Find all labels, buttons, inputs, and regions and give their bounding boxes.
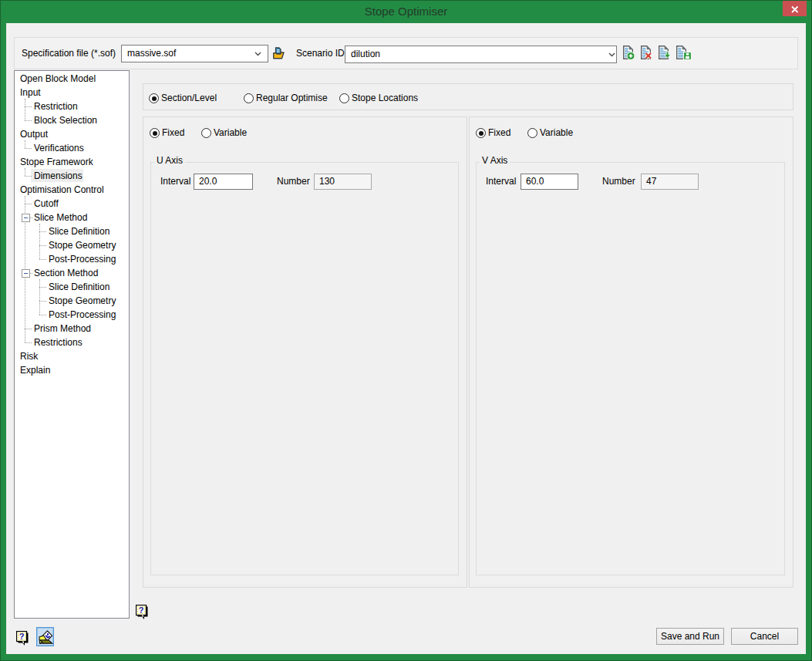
svg-text:?: ? [139, 605, 144, 615]
svg-text:?: ? [19, 632, 25, 641]
